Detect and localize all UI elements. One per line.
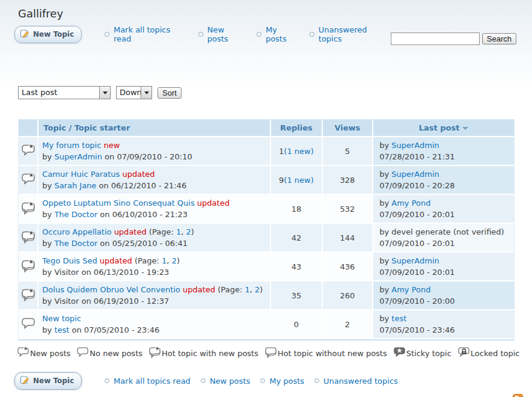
toolbar-link-new-posts[interactable]: New posts — [207, 25, 246, 43]
replies-cell: 0 — [271, 310, 322, 339]
last-post-author-link[interactable]: SuperAdmin — [391, 256, 439, 265]
hot-topic-new-posts-icon — [21, 208, 35, 217]
link-item: Mark all topics read — [105, 377, 191, 386]
topic-title-link[interactable]: Camur Huic Paratus — [42, 170, 120, 179]
link-item: My posts — [257, 25, 299, 43]
toolbar-link-unanswered-topics[interactable]: Unanswered topics — [323, 377, 398, 386]
bullet-icon — [257, 32, 261, 37]
sort-direction-value: Down — [117, 87, 141, 99]
sort-direction-select[interactable]: Down — [116, 86, 152, 99]
topic-title-link[interactable]: Occuro Appellatio — [42, 227, 111, 236]
new-replies-link[interactable]: (1 new) — [284, 176, 313, 185]
sort-field-select[interactable]: Last post — [18, 86, 111, 99]
starter-author-link[interactable]: SuperAdmin — [54, 152, 102, 161]
topic-title-link[interactable]: Tego Duis Sed — [42, 256, 97, 265]
search-button[interactable]: Search — [482, 33, 516, 45]
topic-cell: Camur Huic Paratus updatedby Sarah Jane … — [38, 166, 271, 195]
topic-title-link[interactable]: New topic — [42, 314, 81, 323]
topic-byline: by Sarah Jane on 06/12/2010 - 21:46 — [42, 180, 266, 191]
legend-label: Hot topic with new posts — [162, 349, 258, 358]
no-new-posts-icon — [21, 324, 35, 333]
views-column-header[interactable]: Views — [323, 120, 374, 137]
search-input[interactable] — [391, 32, 480, 45]
topic-status-cell — [19, 282, 38, 310]
topic-cell: Occuro Appellatio updated (Page: 1, 2)by… — [38, 224, 271, 253]
last-post-date: 07/28/2010 - 21:31 — [379, 151, 508, 162]
topic-marker: new — [101, 141, 120, 150]
topic-action-links: Mark all topics readNew postsMy postsUna… — [105, 377, 516, 386]
table-row: My forum topic newby SuperAdmin on 07/09… — [19, 137, 514, 166]
topic-status-cell — [19, 310, 38, 339]
hot-topic-new-posts-icon — [21, 237, 35, 246]
bullet-icon — [260, 378, 265, 383]
link-item: Unanswered topics — [314, 377, 398, 386]
legend-label: Hot topic without new posts — [278, 349, 387, 358]
table-row: New topicby test on 07/05/2010 - 23:4602… — [19, 310, 514, 339]
no-new-posts-icon — [76, 346, 90, 360]
last-post-author-link[interactable]: Amy Pond — [391, 285, 430, 294]
replies-column-header[interactable]: Replies — [271, 120, 322, 137]
page-link[interactable]: 1 — [162, 256, 167, 265]
replies-count: 18 — [292, 205, 302, 214]
new-topic-button[interactable]: New Topic — [14, 372, 82, 390]
topic-status-cell — [19, 224, 38, 253]
topic-title-link[interactable]: Oppeto Luptatum Sino Consequat Quis — [42, 198, 194, 208]
starter-author-link[interactable]: The Doctor — [54, 210, 97, 219]
sort-button[interactable]: Sort — [157, 87, 182, 99]
new-posts-icon — [17, 346, 30, 360]
starter-author: Visitor — [54, 268, 79, 277]
starter-author-link[interactable]: Sarah Jane — [54, 181, 96, 190]
page-link[interactable]: 1 — [245, 285, 249, 294]
last-post-author-line: by Amy Pond — [379, 197, 508, 209]
legend-item: No new posts — [76, 346, 142, 360]
starter-author-link[interactable]: The Doctor — [54, 239, 97, 248]
replies-cell: 35 — [271, 282, 322, 310]
toolbar-link-unanswered-topics[interactable]: Unanswered topics — [319, 25, 391, 43]
page-link[interactable]: 2 — [172, 256, 177, 265]
topic-status-cell — [19, 195, 38, 224]
topic-marker: updated — [112, 227, 147, 236]
page-link[interactable]: 2 — [255, 285, 260, 294]
last-post-cell: by SuperAdmin07/09/2010 - 20:28 — [373, 166, 514, 195]
last-post-author-link[interactable]: SuperAdmin — [391, 141, 439, 150]
replies-cell: 9(1 new) — [271, 166, 322, 195]
chevron-down-icon — [99, 87, 110, 99]
new-replies-link[interactable]: (1 new) — [284, 147, 313, 156]
sort-bar: Last post Down Sort — [18, 86, 532, 99]
toolbar-link-my-posts[interactable]: My posts — [266, 25, 299, 43]
new-topic-pencil-icon — [20, 29, 29, 40]
replies-cell: 18 — [271, 195, 322, 224]
page-link[interactable]: 1 — [176, 227, 181, 236]
link-item: New posts — [201, 377, 250, 386]
last-post-author-link[interactable]: Amy Pond — [391, 198, 430, 208]
sort-desc-icon — [462, 127, 468, 130]
last-post-date: 07/09/2010 - 20:00 — [379, 295, 508, 307]
topic-byline: by The Doctor on 05/25/2010 - 06:41 — [42, 238, 266, 249]
topic-byline: by SuperAdmin on 07/09/2010 - 20:10 — [42, 151, 266, 162]
toolbar-link-mark-all-topics-read[interactable]: Mark all topics read — [114, 25, 188, 43]
lastpost-column-header[interactable]: Last post — [373, 120, 514, 137]
topic-column-header[interactable]: Topic / Topic starter — [38, 120, 271, 137]
rss-row — [0, 394, 523, 397]
page-title: Gallifrey — [18, 7, 532, 20]
last-post-author-link[interactable]: SuperAdmin — [391, 170, 439, 179]
last-post-author: devel generate (not verified) — [391, 227, 504, 236]
views-cell: 328 — [323, 166, 374, 195]
last-post-author-link[interactable]: test — [391, 314, 406, 323]
bullet-icon — [314, 378, 319, 383]
last-post-cell: by Amy Pond07/09/2010 - 20:00 — [373, 282, 514, 310]
new-topic-button[interactable]: New Topic — [14, 26, 82, 43]
toolbar-link-mark-all-topics-read[interactable]: Mark all topics read — [114, 377, 191, 386]
legend-label: Locked topic — [471, 349, 520, 358]
topic-title-link[interactable]: My forum topic — [42, 141, 101, 150]
legend-item: Hot topic without new posts — [264, 346, 387, 360]
topic-title-line: New topic — [42, 313, 266, 324]
bullet-icon — [310, 32, 314, 37]
last-post-date: 07/05/2010 - 23:46 — [379, 324, 508, 336]
toolbar-link-my-posts[interactable]: My posts — [269, 377, 304, 386]
topic-title-link[interactable]: Dolus Quidem Obruo Vel Conventio — [42, 285, 180, 294]
hot-topic-new-posts-icon — [21, 266, 35, 275]
page-link[interactable]: 2 — [186, 227, 191, 236]
starter-author-link[interactable]: test — [54, 325, 69, 334]
toolbar-link-new-posts[interactable]: New posts — [210, 377, 250, 386]
